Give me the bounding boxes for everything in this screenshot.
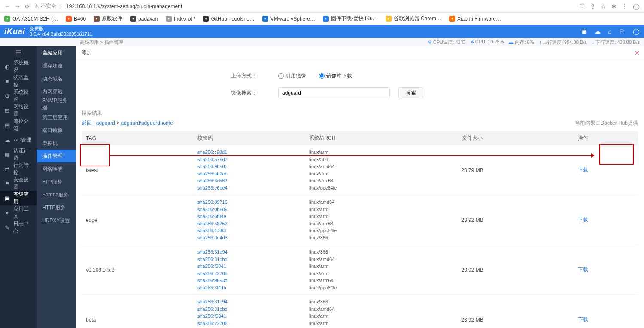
sidebar2-item[interactable]: 内网穿透 — [37, 85, 76, 98]
download-link[interactable]: 下载 — [570, 266, 596, 273]
cell-arch: linux/386linux/amd64linux/armlinux/armli… — [305, 295, 416, 328]
bookmark-item[interactable]: ▪GitHub - coolsno… — [203, 16, 254, 22]
sidebar2-item[interactable]: 第三层应用 — [37, 111, 76, 124]
sidebar1-item[interactable]: ▤流控分流 — [0, 118, 37, 132]
arch-value: linux/arm — [309, 170, 412, 178]
radio-import[interactable]: 引用镜像 — [278, 72, 306, 80]
bookmark-item[interactable]: ▪VMware vSphere… — [262, 16, 315, 22]
sha-link[interactable]: sha256:22706 — [197, 320, 301, 327]
bookmark-item[interactable]: ▪谷歌浏览器 Chrom… — [386, 15, 441, 22]
grid-icon[interactable]: ▦ — [581, 28, 587, 35]
sha-link[interactable]: sha256:a79d3 — [197, 156, 301, 163]
sidebar2-item[interactable]: 缓存加速 — [37, 59, 76, 72]
sha-link[interactable]: sha256:3f44b — [197, 284, 301, 291]
menu-toggle-icon[interactable]: ☰ — [0, 46, 37, 59]
bookmark-item[interactable]: ▪原版软件 — [94, 15, 122, 22]
home-icon[interactable]: ⌂ — [608, 28, 612, 35]
sidebar1-item[interactable]: ≡状态监控 — [0, 74, 37, 89]
avatar-icon[interactable]: ◯ — [633, 3, 640, 10]
download-link[interactable]: 下载 — [570, 166, 596, 174]
sidebar2-item[interactable]: 虚拟机 — [37, 137, 76, 150]
sidebar2-item[interactable]: 网络唤醒 — [37, 162, 76, 175]
path-b[interactable]: adguard/adguardhome — [121, 120, 173, 126]
sha-link[interactable]: sha256:6c562 — [197, 177, 301, 184]
annotation-box-tag — [80, 144, 110, 166]
forward-icon[interactable]: → — [15, 3, 21, 10]
share-icon[interactable]: ⇪ — [590, 3, 595, 10]
sidebar1-item[interactable]: ⇄行为管控 — [0, 162, 37, 176]
star-icon[interactable]: ☆ — [601, 3, 606, 10]
back-link[interactable]: 返回 — [82, 120, 92, 126]
reload-icon[interactable]: ⟳ — [25, 3, 30, 10]
content: 添加 ✕ 上传方式： 引用镜像 镜像库下载 镜像搜索： 搜索 搜索结果 返回 | — [76, 46, 644, 328]
menu-icon[interactable]: ⋮ — [622, 3, 628, 10]
arch-value: linux/arm — [309, 320, 412, 327]
user-icon[interactable]: ◯ — [633, 28, 640, 35]
cell-arch: linux/386linux/amd64linux/armlinux/armli… — [305, 245, 416, 295]
sidebar1-item[interactable]: ✦应用工具 — [0, 205, 37, 220]
sidebar2-item[interactable]: SNMP服务端 — [37, 98, 76, 111]
sidebar2-item[interactable]: 动态域名 — [37, 72, 76, 85]
sha-link[interactable]: sha256:ab2eb — [197, 170, 301, 178]
annotation-box-download — [599, 144, 634, 165]
download-link[interactable]: 下载 — [570, 216, 596, 224]
sidebar1-item[interactable]: ▦认证计费 — [0, 147, 37, 162]
close-icon[interactable]: ✕ — [635, 49, 640, 56]
sidebar2-title: 高级应用 — [37, 46, 76, 59]
bookmark-item[interactable]: ▪GA-A320M-S2H (… — [4, 16, 58, 22]
sidebar2-item[interactable]: 插件管理 — [37, 150, 76, 162]
cloud-icon[interactable]: ☁ — [595, 28, 601, 35]
bookmark-item[interactable]: ▪Index of / — [166, 16, 195, 22]
results-area: 搜索结果 返回 | adguard > adguard/adguardhome … — [76, 110, 644, 328]
sha-link[interactable]: sha256:de4d3 — [197, 234, 301, 242]
sidebar1-item[interactable]: ⚑安全设置 — [0, 176, 37, 191]
bookmark-item[interactable]: ▪Xiaomi Firmware… — [449, 16, 501, 22]
table-row: v0.108.0-b.8 sha256:31e94sha256:31dbdsha… — [82, 245, 638, 295]
cell-size: 23.92 MB — [416, 245, 528, 295]
sha-link[interactable]: sha256:9693d — [197, 277, 301, 284]
sidebar1-item[interactable]: ☁AC管理 — [0, 132, 37, 147]
sha-link[interactable]: sha256:9ba0c — [197, 163, 301, 170]
sha-link[interactable]: sha256:31e94 — [197, 248, 301, 256]
sidebar2-item[interactable]: 端口镜像 — [37, 124, 76, 137]
sidebar1-item[interactable]: ⊞网络设置 — [0, 103, 37, 118]
sha-link[interactable]: sha256:f5841 — [197, 313, 301, 320]
sha-link[interactable]: sha256:58752 — [197, 220, 301, 227]
cell-sha: sha256:31e94sha256:31dbdsha256:f5841sha2… — [193, 245, 305, 295]
bookmark-item[interactable]: ▪B460 — [66, 16, 86, 22]
arch-value: linux/386 — [309, 156, 412, 163]
flag-icon[interactable]: ⚐ — [620, 28, 625, 35]
sha-link[interactable]: sha256:31dbd — [197, 306, 301, 313]
search-input[interactable] — [278, 87, 390, 98]
sha-link[interactable]: sha256:0b689 — [197, 206, 301, 213]
sha-link[interactable]: sha256:6f84e — [197, 213, 301, 220]
radio-registry[interactable]: 镜像库下载 — [319, 72, 352, 80]
download-link[interactable]: 下载 — [570, 316, 596, 323]
sha-link[interactable]: sha256:89716 — [197, 199, 301, 206]
search-button[interactable]: 搜索 — [398, 87, 423, 98]
back-icon[interactable]: ← — [4, 3, 10, 10]
sidebar1-item[interactable]: ✎日志中心 — [0, 220, 37, 235]
annotation-arrow — [110, 155, 593, 156]
sha-link[interactable]: sha256:22706 — [197, 270, 301, 277]
sidebar2-item[interactable]: HTTP服务 — [37, 201, 76, 214]
bookmark-item[interactable]: ▪固件下载-爱快 iKu… — [323, 15, 378, 22]
sidebar1-item[interactable]: ▣高级应用 — [0, 191, 37, 205]
address-bar[interactable]: 192.168.10.1/#/system-setting/plugin-man… — [66, 3, 182, 9]
sha-link[interactable]: sha256:31dbd — [197, 256, 301, 263]
sidebar2-item[interactable]: FTP服务 — [37, 175, 76, 188]
sidebar2-item[interactable]: Samba服务 — [37, 188, 76, 201]
sidebar2-item[interactable]: UDPXY设置 — [37, 214, 76, 227]
extension-icon[interactable]: ✱ — [611, 3, 617, 10]
sha-link[interactable]: sha256:fc363 — [197, 227, 301, 234]
key-icon[interactable]: ⚿ — [579, 3, 585, 10]
sha-link[interactable]: sha256:31e94 — [197, 298, 301, 306]
sidebar1-item[interactable]: ◐系统概况 — [0, 59, 37, 74]
path-a[interactable]: adguard — [96, 120, 115, 126]
arch-value: linux/amd64 — [309, 199, 412, 206]
sidebar1-item[interactable]: ⚙系统设置 — [0, 89, 37, 103]
bookmark-item[interactable]: ▪padavan — [130, 16, 158, 22]
sha-link[interactable]: sha256:f5841 — [197, 263, 301, 270]
sha-link[interactable]: sha256:e6ee4 — [197, 184, 301, 192]
cell-sha: sha256:89716sha256:0b689sha256:6f84esha2… — [193, 195, 305, 245]
